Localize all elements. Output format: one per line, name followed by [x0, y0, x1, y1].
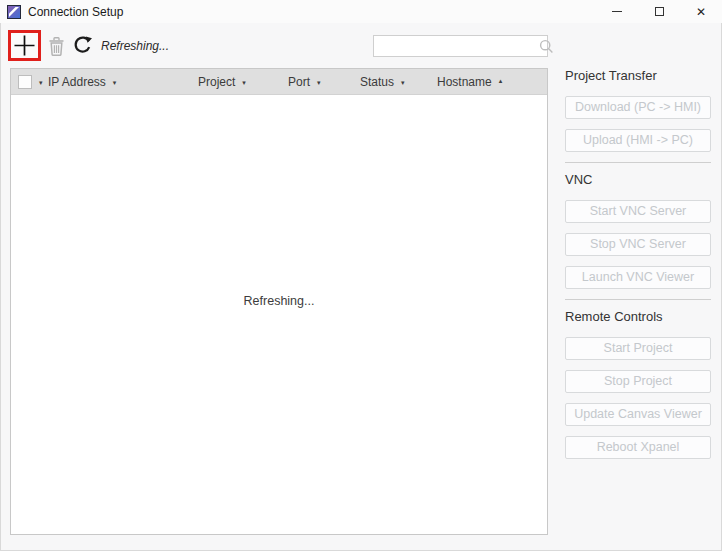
section-heading-project-transfer: Project Transfer	[565, 68, 711, 83]
search-input[interactable]	[374, 39, 539, 53]
window-title: Connection Setup	[28, 5, 123, 19]
column-label: Project	[198, 75, 235, 89]
stop-vnc-server-button[interactable]: Stop VNC Server	[565, 233, 711, 256]
table-empty-message: Refreshing...	[244, 294, 315, 308]
add-icon	[13, 34, 36, 57]
search-icon	[539, 39, 554, 54]
dropdown-arrow-icon: ▾	[242, 79, 246, 86]
table-header: ▾ IP Address ▾ Project ▾ Port ▾ Status ▾…	[11, 69, 547, 95]
section-heading-remote-controls: Remote Controls	[565, 309, 711, 324]
maximize-icon	[655, 7, 664, 16]
refresh-icon	[73, 35, 93, 55]
start-project-button[interactable]: Start Project	[565, 337, 711, 360]
sidebar-divider	[565, 299, 711, 300]
titlebar: Connection Setup ✕	[0, 0, 722, 23]
start-vnc-server-button[interactable]: Start VNC Server	[565, 200, 711, 223]
close-button[interactable]: ✕	[680, 0, 722, 23]
actions-sidebar: Project Transfer Download (PC -> HMI) Up…	[565, 60, 711, 459]
sort-asc-icon: ▴	[499, 77, 503, 84]
minimize-button[interactable]	[596, 0, 638, 23]
section-heading-vnc: VNC	[565, 172, 711, 187]
connections-table: ▾ IP Address ▾ Project ▾ Port ▾ Status ▾…	[10, 68, 548, 535]
sidebar-divider	[565, 162, 711, 163]
column-header-hostname[interactable]: Hostname ▴	[437, 69, 502, 95]
column-header-ip-address[interactable]: IP Address ▾	[48, 69, 116, 95]
window-controls: ✕	[596, 0, 722, 23]
download-pc-to-hmi-button[interactable]: Download (PC -> HMI)	[565, 96, 711, 119]
select-all-checkbox[interactable]	[18, 75, 32, 89]
launch-vnc-viewer-button[interactable]: Launch VNC Viewer	[565, 266, 711, 289]
reboot-xpanel-button[interactable]: Reboot Xpanel	[565, 436, 711, 459]
dropdown-arrow-icon: ▾	[401, 79, 405, 86]
delete-connection-button[interactable]	[46, 35, 66, 57]
stop-project-button[interactable]: Stop Project	[565, 370, 711, 393]
minimize-icon	[612, 11, 622, 12]
column-header-status[interactable]: Status ▾	[360, 69, 405, 95]
column-label: Status	[360, 75, 394, 89]
update-canvas-viewer-button[interactable]: Update Canvas Viewer	[565, 403, 711, 426]
app-logo-icon	[7, 5, 21, 19]
maximize-button[interactable]	[638, 0, 680, 23]
refresh-button[interactable]	[72, 34, 94, 56]
column-label: Port	[288, 75, 310, 89]
add-button-highlight	[8, 30, 41, 61]
select-all-cell: ▾	[18, 69, 43, 95]
dropdown-arrow-icon: ▾	[317, 79, 321, 86]
dropdown-arrow-icon: ▾	[113, 79, 117, 86]
trash-icon	[48, 37, 65, 56]
column-header-port[interactable]: Port ▾	[288, 69, 321, 95]
connection-setup-window: { "window": { "title": "Connection Setup…	[0, 0, 722, 551]
toolbar-refreshing-status: Refreshing...	[101, 39, 169, 53]
add-connection-button[interactable]	[11, 33, 38, 58]
column-label: IP Address	[48, 75, 106, 89]
column-label: Hostname	[437, 75, 492, 89]
table-body: Refreshing...	[11, 95, 547, 534]
close-icon: ✕	[696, 6, 706, 18]
upload-hmi-to-pc-button[interactable]: Upload (HMI -> PC)	[565, 129, 711, 152]
column-header-project[interactable]: Project ▾	[198, 69, 246, 95]
search-box	[373, 35, 548, 57]
dropdown-arrow-icon[interactable]: ▾	[39, 79, 43, 86]
